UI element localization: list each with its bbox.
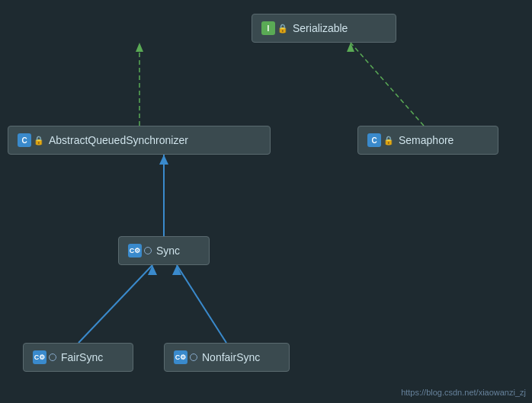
class-badge-sem: C <box>367 133 381 147</box>
svg-marker-3 <box>347 43 354 52</box>
dot-circle-fair <box>49 353 56 361</box>
aqs-node: C 🔒 AbstractQueuedSynchronizer <box>8 126 271 155</box>
inner-class-badge-sync: C⚙ <box>128 244 142 257</box>
diagram-container: I 🔒 Serializable C 🔒 AbstractQueuedSynch… <box>0 0 532 403</box>
interface-badge: I <box>261 21 275 35</box>
nonfairsync-label: NonfairSync <box>202 351 260 363</box>
dot-circle-sync <box>144 247 152 254</box>
svg-line-6 <box>79 265 152 343</box>
svg-marker-5 <box>159 155 168 165</box>
inner-class-badge-fair: C⚙ <box>33 350 46 364</box>
sync-node: C⚙ Sync <box>118 236 210 265</box>
nonfairsync-icon-group: C⚙ <box>174 350 197 364</box>
class-badge-aqs: C <box>18 133 31 147</box>
svg-marker-9 <box>172 265 181 275</box>
aqs-icon-group: C 🔒 <box>18 133 44 147</box>
svg-line-8 <box>177 265 226 343</box>
serializable-icon-group: I 🔒 <box>261 21 288 35</box>
serializable-node: I 🔒 Serializable <box>252 14 396 43</box>
lock-icon-aqs: 🔒 <box>34 136 44 146</box>
svg-line-2 <box>351 43 424 126</box>
aqs-label: AbstractQueuedSynchronizer <box>49 134 188 146</box>
lock-icon: 🔒 <box>277 24 288 34</box>
semaphore-node: C 🔒 Semaphore <box>357 126 498 155</box>
fairsync-label: FairSync <box>61 351 103 363</box>
svg-marker-7 <box>148 265 157 275</box>
semaphore-label: Semaphore <box>399 134 453 146</box>
svg-marker-1 <box>136 43 143 52</box>
sync-icon-group: C⚙ <box>128 244 152 257</box>
semaphore-icon-group: C 🔒 <box>367 133 394 147</box>
inner-class-badge-nonfair: C⚙ <box>174 350 187 364</box>
watermark: https://blog.csdn.net/xiaowanzi_zj <box>401 388 526 397</box>
sync-label: Sync <box>156 245 180 257</box>
dot-circle-nonfair <box>190 353 197 361</box>
serializable-label: Serializable <box>293 22 348 34</box>
fairsync-icon-group: C⚙ <box>33 350 56 364</box>
fairsync-node: C⚙ FairSync <box>23 343 133 372</box>
lock-icon-sem: 🔒 <box>383 136 394 146</box>
nonfairsync-node: C⚙ NonfairSync <box>164 343 290 372</box>
